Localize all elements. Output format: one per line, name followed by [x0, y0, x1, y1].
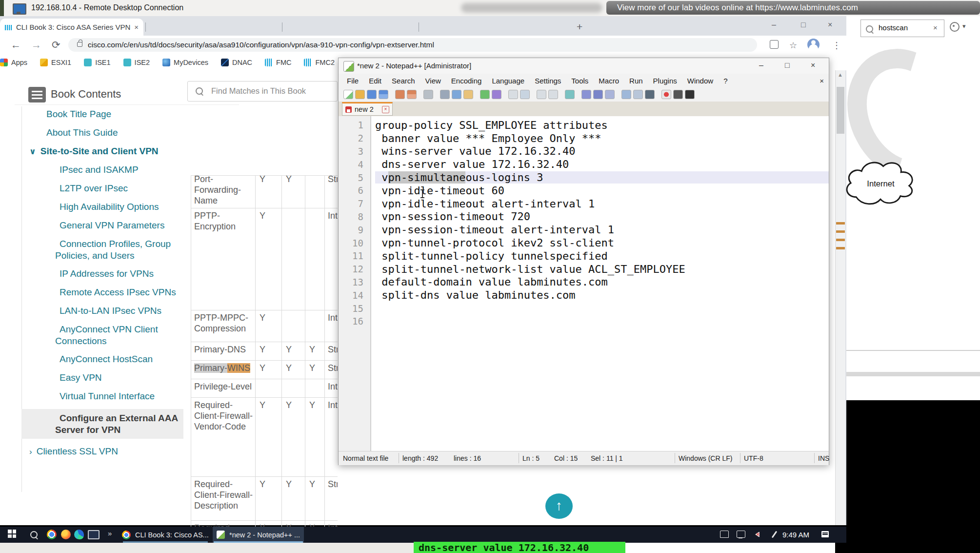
toc-item[interactable]: ∨Site-to-Site and Client VPN — [29, 145, 181, 157]
code-line[interactable]: 11 split-tunnel-policy tunnelspecified — [339, 249, 829, 263]
taskbar-button-notepad[interactable]: *new 2 - Notepad++ ... — [213, 527, 304, 543]
clock[interactable]: 9:49 AM — [782, 531, 809, 539]
toc-item[interactable]: IPsec and ISAKMP — [29, 164, 181, 176]
menu-item[interactable]: Encoding — [451, 77, 482, 85]
menu-item[interactable]: Language — [492, 77, 524, 85]
bookmark-item[interactable]: DNAC — [221, 59, 252, 66]
document-tab[interactable]: new 2 × — [342, 102, 393, 116]
scrollbar-thumb[interactable] — [837, 87, 844, 134]
code-text[interactable]: split-tunnel-policy tunnelspecified — [375, 250, 829, 262]
code-text[interactable]: vpn-session-timeout alert-interval 1 — [375, 224, 829, 236]
find-bar[interactable]: hostscan × — [860, 20, 944, 37]
action-center-icon[interactable] — [821, 531, 829, 537]
scrollbar-up-icon[interactable]: ▲ — [838, 72, 843, 78]
speaker-muted-icon[interactable] — [755, 532, 760, 537]
minimize-button[interactable]: – — [759, 61, 763, 70]
toc-item[interactable]: LAN-to-LAN IPsec VPNs — [29, 305, 181, 317]
code-text[interactable]: vpn-idle-timeout 60 — [375, 184, 829, 197]
monitor-icon[interactable] — [645, 90, 655, 99]
code-line[interactable]: 14 split-dns value labminutes.com — [339, 288, 829, 302]
book-contents-icon[interactable] — [28, 87, 46, 102]
back-icon[interactable]: ← — [11, 39, 21, 51]
code-line[interactable]: 9 vpn-session-timeout alert-interval 1 — [339, 223, 829, 236]
function-list-icon[interactable] — [633, 90, 643, 99]
show-all-chars-icon[interactable] — [593, 90, 603, 99]
menu-item[interactable]: Edit — [369, 77, 381, 85]
toc-item[interactable]: AnyConnect VPN Client Connections — [29, 324, 181, 347]
print-icon[interactable] — [423, 90, 433, 99]
chevron-down-icon[interactable]: ▾ — [962, 22, 966, 30]
scroll-to-top-button[interactable]: ↑ — [545, 493, 573, 519]
bookmark-item[interactable]: FMC2 — [304, 59, 334, 66]
record-macro-icon[interactable] — [661, 90, 671, 99]
code-text[interactable]: vpn-simultaneous-logins 3 — [375, 171, 829, 184]
reading-mode-icon[interactable] — [770, 40, 779, 49]
toc-item[interactable]: About This Guide — [29, 127, 181, 139]
menu-item[interactable]: Run — [629, 77, 643, 85]
toc-item[interactable]: L2TP over IPsec — [29, 183, 181, 194]
tab-close-icon[interactable]: × — [134, 23, 139, 31]
document-close-icon[interactable]: × — [820, 77, 824, 85]
menu-item[interactable]: File — [347, 77, 359, 85]
bookmark-item[interactable]: ISE2 — [123, 59, 150, 66]
chevron-icon[interactable]: › — [29, 447, 32, 456]
code-line[interactable]: 3 wins-server value 172.16.32.40 — [339, 145, 829, 158]
code-line[interactable]: 7 vpn-idle-timeout alert-interval 1 — [339, 197, 829, 210]
menu-item[interactable]: ? — [723, 77, 727, 85]
bookmark-item[interactable]: FMC — [265, 59, 291, 66]
menu-item[interactable]: Search — [392, 77, 415, 85]
edge-taskbar-icon[interactable] — [74, 530, 84, 539]
code-line[interactable]: 16 — [339, 315, 829, 328]
code-line[interactable]: 6 vpn-idle-timeout 60 — [339, 184, 829, 197]
browser-scrollbar[interactable]: ▲ — [835, 70, 845, 525]
open-icon[interactable] — [355, 90, 365, 99]
stop-macro-icon[interactable] — [673, 90, 683, 99]
maximize-button[interactable]: □ — [785, 61, 790, 70]
usb-tray-icon[interactable] — [720, 531, 729, 538]
toc-item[interactable]: AnyConnect HostScan — [29, 353, 181, 365]
code-text[interactable]: vpn-tunnel-protocol ikev2 ssl-client — [375, 237, 829, 249]
code-text[interactable]: vpn-idle-timeout alert-interval 1 — [375, 198, 829, 210]
find-icon[interactable] — [508, 90, 518, 99]
close-icon[interactable] — [395, 90, 405, 99]
new-tab-button[interactable]: + — [577, 22, 582, 32]
toc-item[interactable]: Remote Access IPsec VPNs — [29, 287, 181, 298]
zoom-in-icon[interactable] — [537, 90, 546, 99]
bookmark-star-icon[interactable]: ☆ — [789, 40, 797, 51]
network-tray-icon[interactable] — [737, 531, 745, 538]
chrome-taskbar-icon[interactable] — [47, 530, 57, 539]
window-close-button[interactable]: × — [828, 20, 832, 29]
code-text[interactable]: banner value *** Employee Only *** — [375, 132, 829, 144]
code-line[interactable]: 10 vpn-tunnel-protocol ikev2 ssl-client — [339, 236, 829, 249]
find-input-text[interactable]: hostscan — [879, 23, 908, 32]
firefox-taskbar-icon[interactable] — [61, 530, 71, 539]
close-icon[interactable]: × — [933, 23, 938, 32]
code-lines[interactable]: 1 group-policy SSL_EMPLOYEE attributes 2… — [339, 119, 829, 328]
undo-icon[interactable] — [480, 90, 490, 99]
new-file-icon[interactable] — [343, 90, 353, 99]
start-button[interactable] — [8, 530, 16, 538]
code-text[interactable]: wins-server value 172.16.32.40 — [375, 145, 829, 157]
pen-tray-icon[interactable] — [772, 531, 778, 538]
replace-icon[interactable] — [520, 90, 530, 99]
code-line[interactable]: 15 — [339, 302, 829, 315]
url-text[interactable]: cisco.com/c/en/us/td/docs/security/asa/a… — [88, 41, 434, 49]
close-all-icon[interactable] — [407, 90, 417, 99]
save-icon[interactable] — [367, 90, 377, 99]
toc-item[interactable]: Virtual Tunnel Interface — [29, 390, 181, 402]
taskbar-button-chrome[interactable]: CLI Book 3: Cisco AS... — [122, 527, 209, 543]
menu-item[interactable]: Settings — [535, 77, 561, 85]
sync-vertical-icon[interactable] — [565, 90, 575, 99]
code-line[interactable]: 13 default-domain value labminutes.com — [339, 276, 829, 289]
toc-item[interactable]: ›Clientless SSL VPN — [29, 446, 181, 457]
find-in-book-input[interactable]: Find Matches in This Book — [187, 81, 338, 102]
cut-icon[interactable] — [440, 90, 450, 99]
lock-icon[interactable] — [77, 42, 82, 47]
word-wrap-icon[interactable] — [581, 90, 591, 99]
toc-item[interactable]: General VPN Parameters — [29, 220, 181, 231]
rdp-taskbar-icon[interactable] — [88, 530, 100, 539]
notepad-title-bar[interactable]: *new 2 - Notepad++ [Administrator] – □ × — [339, 58, 829, 74]
reload-icon[interactable]: ⟳ — [52, 39, 60, 51]
copy-icon[interactable] — [452, 90, 461, 99]
bookmark-item[interactable]: MyDevices — [162, 59, 208, 66]
